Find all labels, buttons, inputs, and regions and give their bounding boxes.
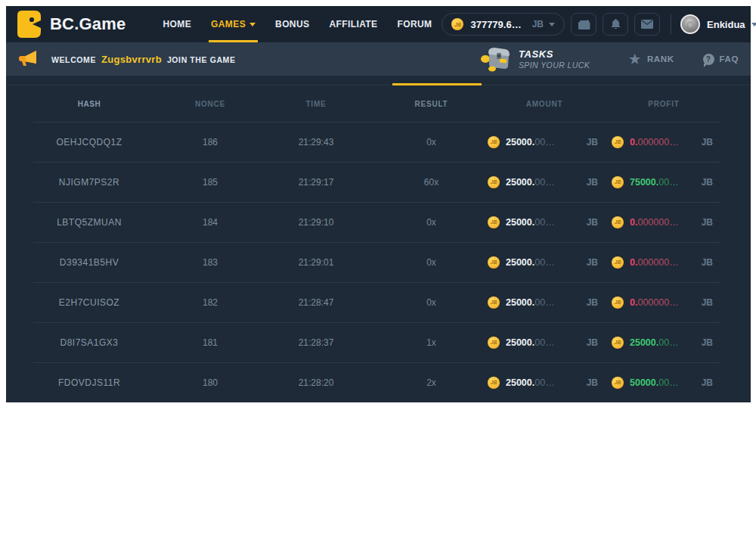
result-value: 60x xyxy=(384,177,479,188)
table-row[interactable]: NJIGM7PS2R 185 21:29:17 60x JB 25000.00…… xyxy=(6,162,751,202)
amount-cell: JB 25000.00… JB xyxy=(488,256,601,269)
balance-value: 377779.6… xyxy=(470,19,521,30)
jb-coin-icon: JB xyxy=(612,337,624,349)
col-profit: PROFIT xyxy=(612,100,716,108)
app-window: BC.Game HOME GAMES BONUS AFFILIATE FORUM… xyxy=(6,6,751,402)
user-menu[interactable]: Enkidua xyxy=(680,14,756,34)
brand-logo[interactable]: BC.Game xyxy=(17,10,125,39)
jb-coin-icon: JB xyxy=(612,216,624,228)
jb-coin-icon: JB xyxy=(612,176,624,188)
result-value: 2x xyxy=(384,377,479,388)
brand-name: BC.Game xyxy=(50,14,125,34)
amount-cell: JB 25000.00… JB xyxy=(488,296,601,309)
jb-coin-icon: JB xyxy=(612,296,624,309)
table-row[interactable]: E2H7CUISOZ 182 21:28:47 0x JB 25000.00… … xyxy=(6,282,751,322)
chevron-down-icon xyxy=(549,23,555,26)
hash-value: D39341B5HV xyxy=(6,257,172,268)
faq-link[interactable]: ? FAQ xyxy=(703,54,739,65)
hash-value: NJIGM7PS2R xyxy=(6,177,172,188)
col-time: TIME xyxy=(248,100,384,108)
main-nav: HOME GAMES BONUS AFFILIATE FORUM xyxy=(153,6,442,42)
jb-coin-icon: JB xyxy=(451,18,463,30)
active-tab-indicator xyxy=(392,83,482,85)
profit-currency: JB xyxy=(702,137,716,147)
time-value: 21:28:20 xyxy=(248,377,384,388)
profit-value: 25000.00… xyxy=(630,337,679,348)
rank-link[interactable]: ★ RANK xyxy=(629,53,674,66)
welcome-username: Zugsbvrrvrb xyxy=(101,54,162,65)
chevron-down-icon xyxy=(751,23,756,26)
balance-dropdown[interactable]: JB 377779.6… JB xyxy=(442,13,565,36)
profit-currency: JB xyxy=(702,257,716,268)
nav-item-home[interactable]: HOME xyxy=(153,6,201,42)
result-value: 0x xyxy=(384,217,479,228)
nonce-value: 181 xyxy=(172,337,248,348)
profit-cell: JB 25000.00… JB xyxy=(612,337,716,349)
mail-icon xyxy=(641,20,653,29)
profit-currency: JB xyxy=(702,297,716,308)
amount-currency: JB xyxy=(587,217,601,228)
welcome-message: WELCOME Zugsbvrrvrb JOIN THE GAME xyxy=(51,54,236,65)
tasks-text: TASKS SPIN YOUR LUCK xyxy=(519,48,590,70)
welcome-prefix: WELCOME xyxy=(51,55,96,64)
profit-cell: JB 0.000000… JB xyxy=(612,256,716,269)
top-navbar: BC.Game HOME GAMES BONUS AFFILIATE FORUM… xyxy=(6,6,751,42)
amount-currency: JB xyxy=(587,377,601,388)
result-value: 0x xyxy=(384,297,479,308)
profit-currency: JB xyxy=(702,337,716,348)
table-row[interactable]: FDOVDJS11R 180 21:28:20 2x JB 25000.00… … xyxy=(6,362,751,402)
topbar-right: JB 377779.6… JB xyxy=(442,13,756,36)
profit-currency: JB xyxy=(702,377,716,388)
treasure-chest-icon xyxy=(479,46,511,72)
amount-cell: JB 25000.00… JB xyxy=(488,377,601,389)
amount-value: 25000.00… xyxy=(506,177,555,188)
amount-currency: JB xyxy=(587,297,601,308)
table-row[interactable]: LBTQ5ZMUAN 184 21:29:10 0x JB 25000.00… … xyxy=(6,202,751,242)
nav-item-bonus[interactable]: BONUS xyxy=(265,6,319,42)
time-value: 21:29:17 xyxy=(248,177,384,188)
nav-item-forum[interactable]: FORUM xyxy=(387,6,442,42)
jb-coin-icon: JB xyxy=(488,296,500,309)
result-value: 0x xyxy=(384,137,479,147)
chevron-down-icon xyxy=(249,23,256,26)
table-row[interactable]: D8I7SA1GX3 181 21:28:37 1x JB 25000.00… … xyxy=(6,322,751,362)
nav-item-affiliate[interactable]: AFFILIATE xyxy=(319,6,387,42)
col-nonce: NONCE xyxy=(172,100,248,108)
amount-value: 25000.00… xyxy=(506,137,555,147)
notifications-button[interactable] xyxy=(603,13,628,36)
messages-button[interactable] xyxy=(634,13,660,36)
time-value: 21:29:43 xyxy=(248,137,384,147)
table-row[interactable]: OEHJCQDQ1Z 186 21:29:43 0x JB 25000.00… … xyxy=(6,122,751,162)
amount-value: 25000.00… xyxy=(506,377,555,388)
megaphone-icon xyxy=(18,51,38,67)
profit-cell: JB 50000.00… JB xyxy=(612,377,716,389)
nonce-value: 185 xyxy=(172,177,248,188)
amount-currency: JB xyxy=(587,137,601,147)
time-value: 21:29:10 xyxy=(248,217,384,228)
amount-value: 25000.00… xyxy=(506,297,555,308)
profit-value: 0.000000… xyxy=(630,297,679,308)
amount-currency: JB xyxy=(587,337,601,348)
wallet-icon xyxy=(578,19,590,30)
col-hash: HASH xyxy=(6,100,172,108)
jb-coin-icon: JB xyxy=(488,136,500,148)
table-row[interactable]: D39341B5HV 183 21:29:01 0x JB 25000.00… … xyxy=(6,242,751,282)
star-icon: ★ xyxy=(629,53,641,66)
profit-cell: JB 75000.00… JB xyxy=(612,176,716,188)
nav-item-games[interactable]: GAMES xyxy=(201,6,265,42)
jb-coin-icon: JB xyxy=(488,176,500,188)
wallet-button[interactable] xyxy=(571,13,596,36)
hash-value: LBTQ5ZMUAN xyxy=(6,217,172,228)
jb-coin-icon: JB xyxy=(488,337,500,349)
tasks-subtitle: SPIN YOUR LUCK xyxy=(519,61,590,70)
nonce-value: 184 xyxy=(172,217,248,228)
amount-value: 25000.00… xyxy=(506,337,555,348)
rank-label: RANK xyxy=(647,54,674,64)
promo-banner: WELCOME Zugsbvrrvrb JOIN THE GAME TASKS … xyxy=(6,42,751,76)
hash-value: D8I7SA1GX3 xyxy=(6,337,172,348)
faq-label: FAQ xyxy=(720,54,739,64)
banner-right: TASKS SPIN YOUR LUCK ★ RANK ? FAQ xyxy=(479,46,739,72)
jb-coin-icon: JB xyxy=(612,136,624,148)
tasks-widget[interactable]: TASKS SPIN YOUR LUCK xyxy=(479,46,590,72)
nonce-value: 186 xyxy=(172,137,248,147)
